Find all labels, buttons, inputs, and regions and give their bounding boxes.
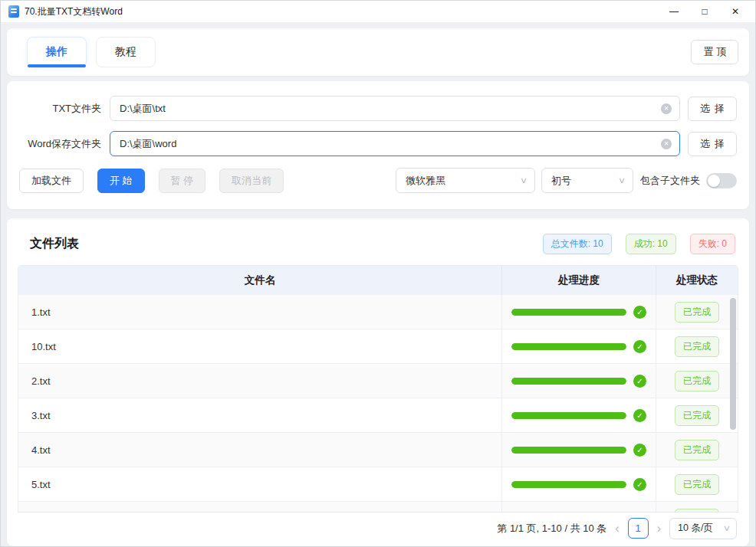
load-files-button[interactable]: 加载文件 bbox=[19, 169, 84, 193]
start-button[interactable]: 开 始 bbox=[97, 169, 145, 193]
txt-folder-select-button[interactable]: 选 择 bbox=[688, 97, 737, 121]
status-badge: 已完成 bbox=[675, 474, 719, 495]
table-row[interactable]: 1.txt ✓ 已完成 bbox=[18, 295, 738, 329]
check-icon: ✓ bbox=[633, 340, 646, 353]
progress-bar bbox=[511, 309, 626, 316]
status-badge: 已完成 bbox=[675, 509, 719, 513]
word-folder-select-button[interactable]: 选 择 bbox=[688, 132, 737, 156]
progress-fill bbox=[511, 412, 626, 419]
table-body: 1.txt ✓ 已完成 10.txt ✓ 已完成 2.txt bbox=[18, 295, 738, 512]
title-bar[interactable]: 70.批量TXT文档转Word — □ ✕ bbox=[1, 1, 755, 22]
check-glyph: ✓ bbox=[636, 480, 643, 489]
include-subfolders-toggle[interactable] bbox=[706, 173, 737, 188]
app-window: 70.批量TXT文档转Word — □ ✕ 操作 教程 置 顶 TXT文件夹 bbox=[0, 0, 756, 547]
txt-folder-label: TXT文件夹 bbox=[19, 102, 110, 116]
file-name: 3.txt bbox=[18, 398, 502, 432]
table-row[interactable]: 2.txt ✓ 已完成 bbox=[18, 364, 738, 398]
table-header: 文件名 处理进度 处理状态 bbox=[18, 266, 738, 295]
window-title: 70.批量TXT文档转Word bbox=[25, 5, 123, 18]
file-name: 2.txt bbox=[18, 364, 502, 398]
maximize-button[interactable]: □ bbox=[689, 2, 720, 21]
table-row[interactable]: 5.txt ✓ 已完成 bbox=[18, 467, 738, 502]
txt-folder-input-wrap: ✕ bbox=[110, 96, 680, 121]
pagination-bar: 第 1/1 页, 1-10 / 共 10 条 ‹ 1 › 10 条/页 ∨ bbox=[18, 512, 738, 544]
include-subfolders-label: 包含子文件夹 bbox=[640, 174, 700, 188]
column-header-filename: 文件名 bbox=[18, 266, 502, 295]
file-name: 1.txt bbox=[18, 295, 502, 329]
page-size-value: 10 条/页 bbox=[678, 522, 713, 535]
table-row[interactable]: 3.txt ✓ 已完成 bbox=[18, 398, 738, 433]
check-icon: ✓ bbox=[633, 306, 646, 319]
file-list-panel: 文件列表 总文件数: 10 成功: 10 失败: 0 文件名 处理进度 处理状态… bbox=[7, 218, 749, 546]
clear-icon[interactable]: ✕ bbox=[661, 103, 672, 114]
page-number-button[interactable]: 1 bbox=[628, 518, 649, 539]
progress-fill bbox=[511, 378, 626, 385]
check-glyph: ✓ bbox=[636, 342, 643, 351]
file-list-title: 文件列表 bbox=[30, 236, 79, 252]
column-header-status: 处理状态 bbox=[656, 266, 738, 295]
table-row[interactable]: 10.txt ✓ 已完成 bbox=[18, 329, 738, 364]
table-row[interactable]: 6.txt ✓ 已完成 bbox=[18, 502, 738, 512]
chevron-down-icon: ∨ bbox=[520, 175, 528, 185]
toggle-knob bbox=[708, 175, 720, 187]
check-glyph: ✓ bbox=[636, 446, 643, 454]
page-size-select[interactable]: 10 条/页 ∨ bbox=[669, 518, 737, 539]
pin-on-top-button[interactable]: 置 顶 bbox=[691, 40, 738, 64]
pause-button[interactable]: 暂 停 bbox=[159, 169, 206, 193]
progress-bar bbox=[511, 378, 626, 385]
success-count-badge: 成功: 10 bbox=[626, 234, 676, 254]
clear-icon[interactable]: ✕ bbox=[661, 139, 672, 149]
tab-operation-label: 操作 bbox=[46, 45, 67, 59]
app-icon bbox=[8, 5, 19, 18]
file-name: 10.txt bbox=[18, 329, 502, 363]
font-size-select[interactable]: 初号 ∨ bbox=[541, 168, 633, 193]
file-name: 5.txt bbox=[18, 467, 502, 501]
txt-folder-input[interactable] bbox=[120, 103, 661, 114]
status-badge: 已完成 bbox=[675, 405, 719, 426]
pagination-summary: 第 1/1 页, 1-10 / 共 10 条 bbox=[497, 522, 606, 536]
check-glyph: ✓ bbox=[636, 377, 643, 385]
settings-panel: TXT文件夹 ✕ 选 择 Word保存文件夹 ✕ 选 择 加载文件 开 始 暂 … bbox=[7, 81, 749, 209]
file-table: 文件名 处理进度 处理状态 1.txt ✓ 已完成 10.txt bbox=[18, 265, 738, 513]
tab-operation[interactable]: 操作 bbox=[27, 37, 87, 67]
cancel-current-button[interactable]: 取消当前 bbox=[219, 169, 284, 193]
check-icon: ✓ bbox=[633, 375, 646, 388]
word-folder-input[interactable] bbox=[120, 138, 661, 149]
font-family-value: 微软雅黑 bbox=[406, 174, 445, 188]
check-icon: ✓ bbox=[633, 444, 646, 457]
status-badge: 已完成 bbox=[675, 336, 719, 357]
status-badge: 已完成 bbox=[675, 440, 719, 460]
word-folder-input-wrap: ✕ bbox=[110, 131, 680, 156]
status-badge: 已完成 bbox=[675, 371, 719, 391]
table-row[interactable]: 4.txt ✓ 已完成 bbox=[18, 433, 738, 467]
check-glyph: ✓ bbox=[636, 411, 643, 420]
chevron-down-icon: ∨ bbox=[723, 523, 731, 533]
failed-count-badge: 失败: 0 bbox=[690, 234, 735, 254]
tab-tutorial-label: 教程 bbox=[115, 45, 136, 59]
progress-fill bbox=[511, 481, 626, 488]
total-files-badge: 总文件数: 10 bbox=[543, 234, 612, 254]
word-folder-label: Word保存文件夹 bbox=[19, 137, 110, 151]
tab-bar: 操作 教程 置 顶 bbox=[7, 28, 749, 76]
font-size-value: 初号 bbox=[551, 174, 571, 188]
minimize-button[interactable]: — bbox=[659, 2, 689, 21]
progress-bar bbox=[511, 343, 626, 350]
progress-bar bbox=[511, 481, 626, 488]
progress-fill bbox=[511, 309, 626, 316]
scrollbar-thumb[interactable] bbox=[730, 298, 736, 430]
chevron-down-icon: ∨ bbox=[618, 175, 626, 185]
close-button[interactable]: ✕ bbox=[720, 2, 751, 21]
progress-fill bbox=[511, 343, 626, 350]
check-icon: ✓ bbox=[633, 409, 646, 422]
file-name: 4.txt bbox=[18, 433, 502, 467]
file-name: 6.txt bbox=[18, 502, 502, 512]
tab-tutorial[interactable]: 教程 bbox=[96, 37, 156, 67]
column-header-progress: 处理进度 bbox=[502, 266, 656, 295]
next-page-button[interactable]: › bbox=[656, 522, 662, 536]
prev-page-button[interactable]: ‹ bbox=[613, 522, 620, 536]
progress-bar bbox=[511, 447, 626, 454]
font-family-select[interactable]: 微软雅黑 ∨ bbox=[396, 168, 535, 193]
progress-bar bbox=[511, 412, 626, 419]
status-badge: 已完成 bbox=[675, 302, 719, 323]
check-icon: ✓ bbox=[633, 478, 646, 491]
